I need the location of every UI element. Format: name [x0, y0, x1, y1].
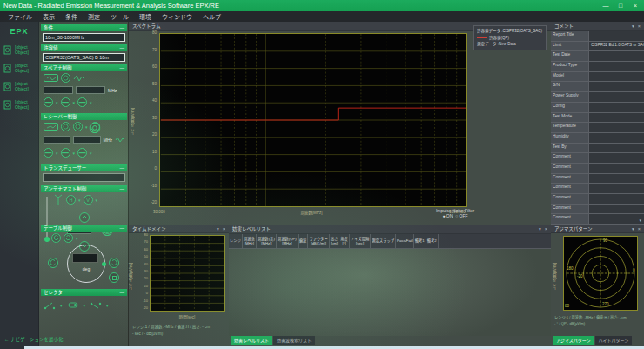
dropdown-icon[interactable]: ▾	[76, 236, 78, 241]
collapse-icon[interactable]: —	[120, 185, 125, 192]
comment-row[interactable]: Config	[551, 103, 644, 113]
polarization-h-button[interactable]: H	[66, 195, 76, 205]
comment-row[interactable]: Comment	[551, 205, 644, 215]
comment-row-value[interactable]	[589, 214, 644, 224]
column-header[interactable]: 高さ [cm]	[330, 234, 340, 248]
panel-close-icon[interactable]: ×	[638, 22, 641, 31]
dropdown-icon[interactable]: ▾	[73, 100, 76, 105]
panel-close-icon[interactable]: ×	[545, 225, 547, 234]
comment-row-value[interactable]	[589, 205, 644, 214]
selector-header[interactable]: セレクター —	[41, 289, 127, 296]
receiver-target-button[interactable]: ◎	[91, 122, 100, 131]
dropdown-icon[interactable]: ▾	[78, 198, 81, 203]
limit-select[interactable]: CISPR32(OATS_SAC) B 10m	[43, 53, 125, 62]
comment-row-value[interactable]	[589, 194, 644, 204]
comment-row[interactable]: Model	[551, 72, 644, 83]
panel-close-icon[interactable]: ×	[638, 225, 641, 233]
receiver-att-button[interactable]: −	[77, 148, 87, 158]
comment-row-value[interactable]	[589, 174, 644, 184]
spa-run-button[interactable]	[61, 73, 70, 83]
panel-collapse-icon[interactable]: ▾	[539, 225, 541, 234]
title-bar[interactable]: New Data - Radiated Emission Measurement…	[0, 0, 644, 11]
receiver-av-button[interactable]	[73, 122, 83, 131]
minimize-button[interactable]: —	[599, 0, 613, 11]
menu-item[interactable]: 測定	[84, 12, 104, 21]
comment-row-value[interactable]	[589, 133, 644, 143]
receiver-header[interactable]: レシーバー制御 —	[41, 113, 127, 120]
comment-row[interactable]: Comment	[551, 184, 644, 194]
panel-close-icon[interactable]: ×	[223, 225, 225, 233]
condition-header[interactable]: 条件 —	[41, 24, 127, 31]
spectrum-plot[interactable]	[159, 33, 467, 207]
receiver-qp-button[interactable]	[61, 122, 70, 131]
condition-select[interactable]: 10m_30-1000MHz	[43, 33, 125, 42]
comment-row-value[interactable]	[589, 31, 644, 41]
dropdown-icon[interactable]: ▾	[73, 151, 76, 156]
list-body[interactable]	[229, 249, 551, 336]
dropdown-icon[interactable]: ▾	[90, 100, 92, 105]
spa-stop-freq-input[interactable]	[76, 86, 105, 94]
table-ccw-step-button[interactable]	[51, 233, 61, 243]
selector-switch-1-icon[interactable]	[44, 300, 56, 311]
spectrum-analyzer-header[interactable]: スペアナ制御 —	[41, 64, 127, 71]
collapse-icon[interactable]: —	[120, 24, 125, 31]
azimuth-plot[interactable]: 90 180 0 270 -20 80	[563, 236, 638, 311]
selector-switch-2-icon[interactable]	[67, 300, 79, 311]
collapse-icon[interactable]: —	[120, 225, 125, 232]
spa-preset-button[interactable]	[44, 74, 58, 82]
comment-row[interactable]: Test By	[551, 144, 644, 154]
transducer-select[interactable]	[43, 173, 125, 182]
nav-minimize-link[interactable]: ← ナビゲーションを最小化	[4, 336, 63, 343]
comment-row[interactable]: Humidity	[551, 133, 644, 144]
comment-row[interactable]: S/N	[551, 82, 644, 92]
spa-att-button[interactable]: −	[77, 97, 87, 107]
collapse-icon[interactable]: —	[120, 113, 125, 120]
dropdown-icon[interactable]: ▾	[96, 198, 98, 203]
column-header[interactable]: ファクター [dB(1/m)]	[308, 234, 329, 248]
column-header[interactable]: 角度 [°]	[339, 234, 350, 248]
comment-row-value[interactable]	[589, 62, 644, 71]
maximize-button[interactable]: □	[614, 0, 627, 11]
column-header[interactable]: 偏波	[299, 234, 309, 248]
comment-row[interactable]: Comment	[551, 174, 644, 185]
column-header[interactable]: 備考2	[426, 234, 439, 248]
column-header[interactable]: ノイズ間隔 [sec]	[350, 234, 371, 248]
spa-rbw-button[interactable]: −	[44, 97, 53, 107]
column-header[interactable]: 測定ステップ	[371, 234, 396, 248]
dropdown-icon[interactable]: ▾	[85, 124, 88, 130]
menu-item[interactable]: ヘルプ	[198, 12, 225, 21]
comment-dropdown-icon[interactable]: ▾	[639, 218, 641, 223]
column-header[interactable]: レンジ	[229, 234, 243, 248]
comment-row[interactable]: Comment	[551, 214, 644, 225]
timedomain-plot[interactable]	[150, 235, 225, 312]
receiver-det-button[interactable]: −	[44, 148, 53, 158]
comment-row[interactable]: Test Date	[551, 51, 644, 62]
mast-up-button[interactable]	[79, 212, 90, 223]
menu-item[interactable]: 表示	[38, 12, 59, 21]
spa-start-freq-input[interactable]	[44, 86, 73, 94]
close-button[interactable]: ×	[628, 0, 642, 11]
menu-item[interactable]: ファイル	[3, 12, 37, 21]
tab-height-pattern[interactable]: ハイトパターン	[595, 336, 633, 345]
comment-row[interactable]: Comment	[551, 153, 644, 164]
nav-item[interactable]: [object Object]	[0, 59, 38, 77]
receiver-bw-button[interactable]: −	[61, 148, 70, 158]
dropdown-icon[interactable]: ▾	[56, 151, 58, 156]
comment-row[interactable]: Comment	[551, 164, 644, 174]
comment-row[interactable]: Test Mode	[551, 113, 644, 124]
column-header[interactable]: 周波数 [MHz]	[243, 234, 257, 248]
panel-collapse-icon[interactable]: ▾	[632, 22, 634, 31]
turntable-dial[interactable]: deg	[67, 245, 105, 283]
comment-row-value[interactable]	[589, 103, 644, 112]
dropdown-icon[interactable]: ▾	[84, 303, 86, 308]
menu-item[interactable]: 条件	[61, 12, 82, 21]
menu-item[interactable]: ウィンドウ	[158, 12, 197, 21]
collapse-icon[interactable]: —	[120, 164, 125, 171]
column-header[interactable]: 周波数(実) [MHz]	[257, 234, 277, 248]
comment-row-value[interactable]	[589, 72, 644, 82]
comment-row-value[interactable]	[589, 82, 644, 91]
transducer-header[interactable]: トランスデューサー —	[41, 164, 127, 171]
column-header[interactable]: 備考1	[414, 234, 426, 248]
dropdown-icon[interactable]: ▾	[90, 151, 92, 156]
comment-row[interactable]: Product Type	[551, 62, 644, 72]
